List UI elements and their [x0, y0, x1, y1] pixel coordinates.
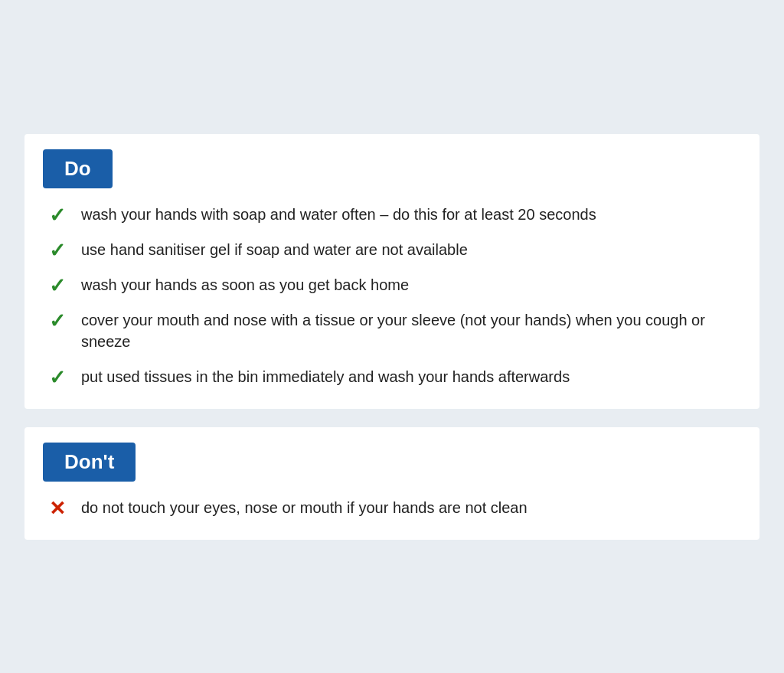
- do-header: Do: [43, 149, 113, 188]
- do-list-item: ✓cover your mouth and nose with a tissue…: [49, 309, 735, 352]
- check-icon: ✓: [49, 205, 66, 225]
- do-item-text: wash your hands as soon as you get back …: [81, 274, 735, 296]
- do-item-text: wash your hands with soap and water ofte…: [81, 204, 735, 225]
- dont-title: Don't: [64, 450, 114, 473]
- dont-items-list: ✕do not touch your eyes, nose or mouth i…: [24, 482, 760, 540]
- check-icon: ✓: [49, 240, 66, 260]
- check-icon: ✓: [49, 276, 66, 296]
- check-icon: ✓: [49, 368, 66, 387]
- do-item-text: cover your mouth and nose with a tissue …: [81, 309, 735, 352]
- do-list-item: ✓put used tissues in the bin immediately…: [49, 366, 735, 387]
- do-list-item: ✓wash your hands with soap and water oft…: [49, 204, 735, 225]
- dont-header: Don't: [43, 443, 136, 482]
- dont-list-item: ✕do not touch your eyes, nose or mouth i…: [49, 497, 735, 518]
- do-item-text: use hand sanitiser gel if soap and water…: [81, 239, 735, 260]
- do-items-list: ✓wash your hands with soap and water oft…: [24, 188, 760, 409]
- do-list-item: ✓wash your hands as soon as you get back…: [49, 274, 735, 296]
- cross-icon: ✕: [49, 498, 66, 518]
- do-section: Do ✓wash your hands with soap and water …: [24, 134, 760, 409]
- check-icon: ✓: [49, 311, 66, 331]
- page-container: Do ✓wash your hands with soap and water …: [24, 134, 760, 540]
- dont-section: Don't ✕do not touch your eyes, nose or m…: [24, 427, 760, 540]
- do-title: Do: [64, 157, 91, 180]
- do-item-text: put used tissues in the bin immediately …: [81, 366, 735, 387]
- do-list-item: ✓use hand sanitiser gel if soap and wate…: [49, 239, 735, 260]
- dont-item-text: do not touch your eyes, nose or mouth if…: [81, 497, 735, 518]
